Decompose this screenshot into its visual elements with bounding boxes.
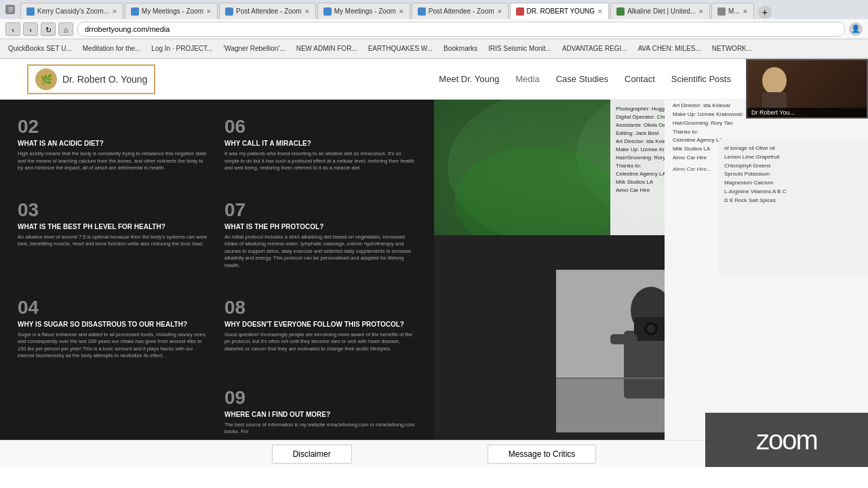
qa-item-04: 04 WHY IS SUGAR SO DISASTROUS TO OUR HEA… — [14, 294, 214, 378]
tab-favicon — [131, 7, 139, 16]
ingredient-line-2: Lemon Lime Grapefruit — [724, 153, 863, 162]
nav-meet-dr-young[interactable]: Meet Dr. Young — [439, 74, 499, 84]
site-logo[interactable]: 🌿 Dr. Robert O. Young — [27, 64, 155, 94]
browser-controls: ‹ › ↻ ⌂ — [5, 22, 73, 36]
tab-post-attendee-2[interactable]: Post Attendee - Zoom ✕ — [412, 3, 509, 19]
zoom-overlay: zoom — [705, 413, 868, 467]
message-critics-button[interactable]: Message to Critics — [488, 445, 597, 464]
zoom-logo-text: zoom — [756, 425, 817, 455]
bookmark-wagner[interactable]: 'Wagner Rebellion'... — [220, 43, 288, 54]
home-button[interactable]: ⌂ — [58, 22, 73, 36]
bookmark-iris[interactable]: IRIS Seismic Monit... — [486, 43, 554, 54]
nav-scientific-posts[interactable]: Scientific Posts — [671, 74, 731, 84]
ingredient-line-5: Magnesium Calcium — [724, 179, 863, 188]
tab-post-attendee-1[interactable]: Post Attendee - Zoom ✕ — [219, 3, 316, 19]
tab-favicon — [26, 7, 35, 16]
ingredient-line-4: Sprouts Potassium — [724, 170, 863, 179]
svg-point-12 — [647, 325, 655, 333]
bookmark-login[interactable]: Log In · PROJECT... — [149, 43, 215, 54]
url-input[interactable] — [77, 22, 845, 37]
tab-close[interactable]: ✕ — [112, 8, 117, 15]
bookmark-quickbooks[interactable]: QuickBooks SET U... — [5, 43, 75, 54]
nav-case-studies[interactable]: Case Studies — [556, 74, 608, 84]
tab-kerry[interactable]: Kerry Cassidy's Zoom... ✕ — [20, 3, 123, 19]
logo-icon: 🌿 — [35, 68, 57, 90]
qa-answer-03: An alkaline level of around 7.5 is optim… — [18, 234, 210, 248]
tab-favicon — [418, 7, 426, 16]
site-navigation: Meet Dr. Young Media Case Studies Contac… — [439, 74, 765, 84]
tab-close[interactable]: ✕ — [304, 8, 310, 15]
tab-favicon — [225, 7, 233, 16]
bookmark-ava[interactable]: AVA CHEN: MILES... — [635, 43, 704, 54]
tabs-bar: ☰ Kerry Cassidy's Zoom... ✕ My Meetings … — [0, 0, 868, 19]
tab-close[interactable]: ✕ — [497, 8, 502, 15]
qa-question-09: WHERE CAN I FIND OUT MORE? — [224, 410, 416, 419]
qa-number-06: 06 — [224, 117, 416, 136]
tab-favicon — [717, 7, 726, 16]
bookmark-meditation[interactable]: Meditation for the... — [80, 43, 144, 54]
qa-answer-08: Good question! Increasingly people are b… — [224, 331, 416, 353]
site-header: 🌿 Dr. Robert O. Young Meet Dr. Young Med… — [0, 59, 868, 100]
user-profile-button[interactable]: 👤 — [849, 22, 863, 36]
qa-item-02: 02 WHAT IS AN ACIDIC DIET? High acidity … — [14, 113, 214, 190]
qa-answer-07: An initial protocol includes a strict al… — [224, 234, 416, 270]
tab-alkaline[interactable]: Alkaline Diet | United... ✕ — [610, 3, 710, 19]
qa-number-08: 08 — [224, 298, 416, 317]
bookmark-admin[interactable]: NEW ADMIN FOR... — [294, 43, 360, 54]
qa-number-02: 02 — [18, 117, 210, 136]
tab-close[interactable]: ✕ — [399, 8, 404, 15]
new-tab-button[interactable]: + — [758, 5, 772, 19]
qa-question-08: WHY DOESN'T EVERYONE FOLLOW THIS PROTOCO… — [224, 320, 416, 329]
nav-media[interactable]: Media — [515, 74, 539, 84]
qa-item-03: 03 WHAT IS THE BEST PH LEVEL FOR HEALTH?… — [14, 197, 214, 287]
bookmark-advantage[interactable]: ADVANTAGE REGI... — [559, 43, 630, 54]
reload-button[interactable]: ↻ — [41, 22, 56, 36]
tab-dr-robert[interactable]: DR. ROBERT YOUNG ✕ — [510, 3, 610, 19]
tab-my-meetings-1[interactable]: My Meetings - Zoom ✕ — [125, 3, 218, 19]
tab-favicon — [616, 7, 625, 16]
ingredient-line-7: D E Rock Salt Spices — [724, 197, 863, 205]
qa-answer-09: The best source of information is my web… — [224, 422, 416, 436]
qa-answer-04: Sugar is a flavor enhancer and added to … — [18, 331, 210, 360]
tab-my-meetings-2[interactable]: My Meetings - Zoom ✕ — [317, 3, 410, 19]
tab-close[interactable]: ✕ — [698, 8, 704, 15]
person-avatar — [754, 64, 795, 111]
qa-question-06: WHY CALL IT A MIRACLE? — [224, 139, 416, 148]
qa-question-04: WHY IS SUGAR SO DISASTROUS TO OUR HEALTH… — [18, 320, 210, 329]
bookmark-network[interactable]: NETWORK... — [709, 43, 755, 54]
ingredient-line-3: Chlorophyll Greens — [724, 162, 863, 171]
left-panel: 02 WHAT IS AN ACIDIC DIET? High acidity … — [0, 100, 434, 467]
nav-contact[interactable]: Contact — [625, 74, 655, 84]
qa-question-03: WHAT IS THE BEST PH LEVEL FOR HEALTH? — [18, 222, 210, 231]
tab-favicon — [323, 7, 332, 16]
qa-number-09: 09 — [224, 388, 416, 407]
qa-number-03: 03 — [18, 201, 210, 220]
qa-answer-02: High acidity means that the body is cons… — [18, 150, 210, 172]
svg-point-16 — [762, 67, 787, 94]
qa-question-02: WHAT IS AN ACIDIC DIET? — [18, 139, 210, 148]
qa-item-08: 08 WHY DOESN'T EVERYONE FOLLOW THIS PROT… — [220, 294, 420, 378]
tab-close[interactable]: ✕ — [206, 8, 212, 15]
browser-chrome: ☰ Kerry Cassidy's Zoom... ✕ My Meetings … — [0, 0, 868, 59]
tab-close[interactable]: ✕ — [597, 8, 603, 15]
svg-rect-17 — [762, 92, 787, 109]
video-overlay: Dr Robert You... — [746, 59, 868, 119]
qa-item-07: 07 WHAT IS THE PH PROTOCOL? An initial p… — [220, 197, 420, 287]
bookmarks-bar: QuickBooks SET U... Meditation for the..… — [0, 39, 868, 58]
forward-button[interactable]: › — [23, 22, 38, 36]
bookmark-earthquakes[interactable]: EARTHQUAKES W... — [366, 43, 435, 54]
back-button[interactable]: ‹ — [5, 22, 20, 36]
bookmark-bookmarks[interactable]: Bookmarks — [441, 43, 480, 54]
tab-favicon — [516, 7, 524, 16]
qa-number-04: 04 — [18, 298, 210, 317]
qa-number-07: 07 — [224, 201, 416, 220]
disclaimer-button[interactable]: Disclaimer — [272, 445, 352, 464]
tab-misc[interactable]: M... ✕ — [711, 3, 754, 19]
tab-close[interactable]: ✕ — [743, 8, 748, 15]
ingredient-line-6: L-Arginine Vitamins A B C — [724, 188, 863, 197]
svg-rect-13 — [610, 334, 637, 344]
system-icon: ☰ — [5, 5, 15, 14]
qa-item-06: 06 WHY CALL IT A MIRACLE? It was my pati… — [220, 113, 420, 190]
top-right-ingredients-panel: of borage oil Olive oil Lemon Lime Grape… — [719, 139, 868, 274]
video-overlay-name: Dr Robert You... — [747, 108, 867, 117]
